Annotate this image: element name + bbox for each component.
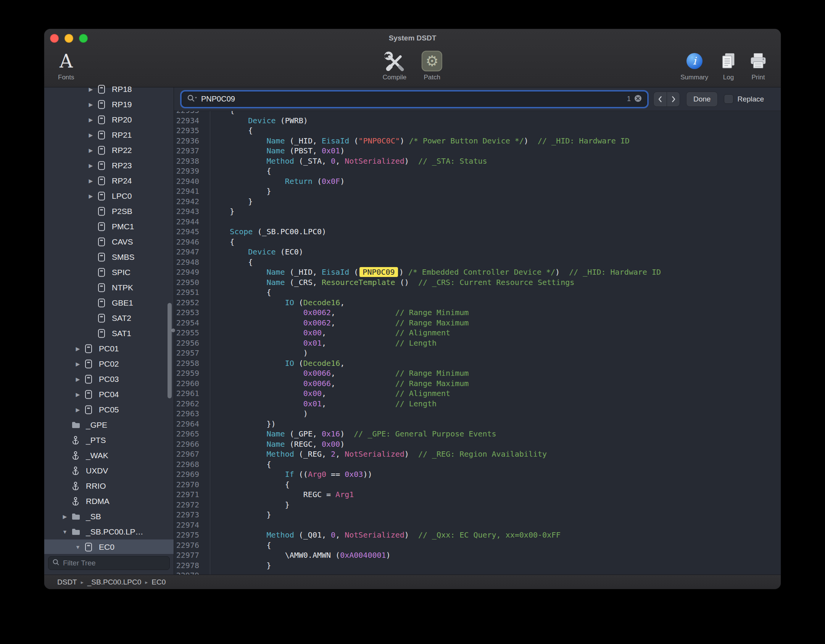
code-token: (): [395, 278, 418, 287]
code-token: Method: [267, 449, 294, 459]
code-editor[interactable]: 22933 {22934 Device (PWRB)22935 {22936 N…: [174, 111, 781, 575]
fonts-button[interactable]: A Fonts: [58, 49, 74, 81]
sidebar-item-label: SPIC: [112, 268, 131, 277]
line-number: 22946: [174, 237, 205, 247]
code-token: ): [524, 136, 538, 145]
sidebar-item-wak[interactable]: _WAK: [44, 448, 174, 463]
editor-pane: 1 Done: [174, 87, 781, 575]
code-token: Return: [285, 177, 313, 186]
minimize-button[interactable]: [64, 34, 73, 43]
sidebar-item-pc04[interactable]: ▶PC04: [44, 387, 174, 402]
sidebar-item-sb-pc00-lp[interactable]: ▼_SB.PC00.LP…: [44, 524, 174, 539]
sidebar-item-ntpk[interactable]: NTPK: [44, 280, 174, 295]
sidebar-item-rp18[interactable]: ▶RP18: [44, 82, 174, 97]
find-input[interactable]: [201, 95, 624, 103]
compile-button[interactable]: Compile: [383, 49, 406, 81]
sidebar-item-rp22[interactable]: ▶RP22: [44, 143, 174, 158]
compile-icon: [383, 49, 406, 73]
code-token: (REGC,: [285, 440, 322, 449]
replace-checkbox[interactable]: [724, 94, 733, 104]
code-line: 22970 {: [174, 480, 781, 490]
disclosure-right-icon[interactable]: ▶: [71, 407, 84, 413]
disclosure-right-icon[interactable]: ▶: [71, 346, 84, 352]
code-token: (_HID,: [285, 267, 322, 277]
sidebar-item-rp24[interactable]: ▶RP24: [44, 173, 174, 188]
code-text: [205, 570, 211, 575]
filter-area: [44, 554, 174, 575]
sidebar-item-rdma[interactable]: RDMA: [44, 494, 174, 509]
done-button[interactable]: Done: [686, 92, 718, 107]
sidebar-item-rp20[interactable]: ▶RP20: [44, 112, 174, 127]
filter-tree-field[interactable]: [48, 556, 170, 570]
disclosure-down-icon[interactable]: ▼: [58, 529, 71, 535]
sidebar-scrollbar-thumb[interactable]: [168, 303, 172, 398]
sidebar-item-gpe[interactable]: _GPE: [44, 417, 174, 433]
sidebar-item-rp21[interactable]: ▶RP21: [44, 127, 174, 143]
disclosure-right-icon[interactable]: ▶: [84, 147, 97, 153]
titlebar[interactable]: System DSDT: [44, 29, 781, 47]
disclosure-right-icon[interactable]: ▶: [71, 376, 84, 382]
sidebar-item-sb[interactable]: ▶_SB: [44, 509, 174, 524]
code-line: 22968 {: [174, 459, 781, 470]
device-tree[interactable]: ▶RP18▶RP19▶RP20▶RP21▶RP22▶RP23▶RP24▶LPC0…: [44, 82, 174, 554]
code-line: 22946 {: [174, 237, 781, 247]
disclosure-right-icon[interactable]: ▶: [84, 117, 97, 123]
summary-button[interactable]: i Summary: [680, 49, 708, 81]
breadcrumb-item-sb-pc00-lpc0[interactable]: _SB.PC00.LPC0: [87, 578, 142, 586]
code-token: 0x0062: [303, 318, 331, 327]
sidebar-item-rp19[interactable]: ▶RP19: [44, 97, 174, 112]
sidebar-item-lpc0[interactable]: ▶LPC0: [44, 188, 174, 204]
splitter-handle[interactable]: [171, 328, 175, 332]
breadcrumb-item-ec0[interactable]: EC0: [151, 578, 166, 586]
sidebar-item-ec0[interactable]: ▼EC0: [44, 539, 174, 554]
filter-tree-input[interactable]: [63, 559, 166, 567]
disclosure-right-icon[interactable]: ▶: [58, 514, 71, 520]
find-next-button[interactable]: [667, 92, 680, 106]
sidebar-item-pc03[interactable]: ▶PC03: [44, 372, 174, 387]
code-text: 0x01, // Length: [205, 399, 437, 409]
sidebar: ▶RP18▶RP19▶RP20▶RP21▶RP22▶RP23▶RP24▶LPC0…: [44, 87, 174, 575]
breadcrumb-item-dsdt[interactable]: DSDT: [57, 578, 77, 586]
code-line: 22936 Name (_HID, EisaId ("PNP0C0C") /* …: [174, 136, 781, 146]
disclosure-right-icon[interactable]: ▶: [84, 86, 97, 92]
disclosure-right-icon[interactable]: ▶: [84, 163, 97, 169]
sidebar-item-spic[interactable]: SPIC: [44, 265, 174, 280]
device-icon: [84, 359, 96, 369]
code-token: (_CRS,: [285, 278, 322, 287]
disclosure-right-icon[interactable]: ▶: [84, 101, 97, 108]
sidebar-item-pc05[interactable]: ▶PC05: [44, 402, 174, 417]
find-field[interactable]: 1: [182, 92, 647, 107]
code-token: ): [211, 409, 308, 418]
code-text: If ((Arg0 == 0x03)): [205, 469, 372, 480]
sidebar-item-pc02[interactable]: ▶PC02: [44, 356, 174, 372]
clear-search-icon[interactable]: [634, 94, 642, 104]
sidebar-item-uxdv[interactable]: UXDV: [44, 463, 174, 478]
disclosure-down-icon[interactable]: ▼: [71, 544, 84, 550]
sidebar-item-cavs[interactable]: CAVS: [44, 234, 174, 250]
sidebar-item-sat2[interactable]: SAT2: [44, 311, 174, 326]
sidebar-item-pts[interactable]: _PTS: [44, 433, 174, 448]
disclosure-right-icon[interactable]: ▶: [71, 361, 84, 367]
find-previous-button[interactable]: [654, 92, 667, 106]
disclosure-right-icon[interactable]: ▶: [84, 178, 97, 184]
sidebar-item-sat1[interactable]: SAT1: [44, 326, 174, 341]
zoom-button[interactable]: [79, 34, 88, 43]
code-token: }: [211, 197, 253, 206]
search-menu-icon[interactable]: [187, 94, 198, 104]
code-token: Method: [267, 156, 294, 166]
close-button[interactable]: [50, 34, 59, 43]
disclosure-right-icon[interactable]: ▶: [84, 132, 97, 138]
disclosure-right-icon[interactable]: ▶: [71, 391, 84, 398]
disclosure-right-icon[interactable]: ▶: [84, 193, 97, 199]
sidebar-item-rp23[interactable]: ▶RP23: [44, 158, 174, 173]
sidebar-item-pmc1[interactable]: PMC1: [44, 219, 174, 234]
patch-button[interactable]: ⚙ Patch: [422, 49, 442, 81]
sidebar-item-rrio[interactable]: RRIO: [44, 478, 174, 494]
sidebar-item-pc01[interactable]: ▶PC01: [44, 341, 174, 356]
print-button[interactable]: Print: [749, 49, 768, 81]
sidebar-item-smbs[interactable]: SMBS: [44, 250, 174, 265]
sidebar-item-gbe1[interactable]: GBE1: [44, 295, 174, 311]
sidebar-item-p2sb[interactable]: P2SB: [44, 204, 174, 219]
log-button[interactable]: Log: [719, 49, 738, 81]
line-number: 22967: [174, 449, 205, 459]
